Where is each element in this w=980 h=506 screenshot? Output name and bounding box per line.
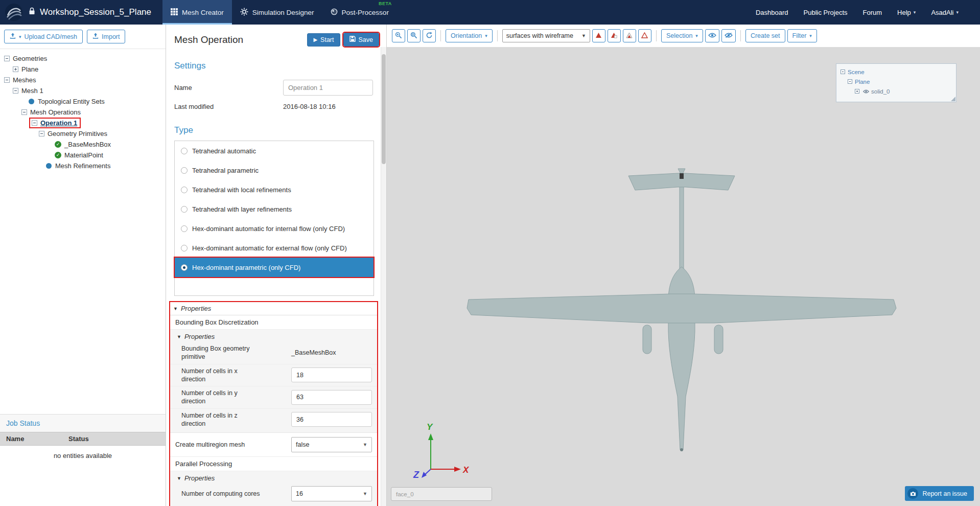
toolbar-divider: [497, 30, 498, 41]
radio-icon[interactable]: [181, 206, 188, 213]
radio-icon-selected[interactable]: [181, 264, 188, 271]
tree-item-mesh-operations[interactable]: Mesh Operations: [0, 107, 166, 118]
hide-entities-button[interactable]: [721, 29, 736, 42]
column-header-status: Status: [62, 432, 166, 445]
tree-item-topological-entity-sets[interactable]: Topological Entity Sets: [0, 96, 166, 107]
simscale-logo-icon[interactable]: [4, 3, 24, 22]
nav-dashboard-link[interactable]: Dashboard: [756, 9, 788, 16]
upload-cad-mesh-button[interactable]: ▾ Upload CAD/mesh: [4, 30, 83, 43]
scene-node-scene[interactable]: Scene: [841, 67, 952, 77]
nav-user-menu[interactable]: AsadAli▾: [931, 9, 959, 16]
mesh-type-option-tet-parametric[interactable]: Tetrahedral parametric: [175, 160, 374, 180]
invert-visibility-button[interactable]: [623, 29, 636, 42]
panel-header: Mesh Operation ▶ Start: [166, 25, 386, 50]
operation-name-input[interactable]: [283, 80, 373, 96]
select-caret-icon: ▼: [363, 442, 367, 447]
show-all-faces-button[interactable]: [638, 29, 651, 42]
reset-view-button[interactable]: [423, 29, 436, 42]
computing-cores-select[interactable]: 16 ▼: [291, 486, 372, 501]
zoom-in-button[interactable]: [392, 29, 405, 42]
tree-item-geometry-primitives[interactable]: Geometry Primitives: [0, 128, 166, 139]
panel-scrollbar[interactable]: [381, 47, 386, 506]
tree-item-label: Mesh 1: [21, 87, 43, 95]
collapse-icon[interactable]: [848, 79, 852, 84]
nav-public-projects-link[interactable]: Public Projects: [804, 9, 848, 16]
filter-dropdown[interactable]: Filter ▾: [787, 29, 817, 42]
workbench-tabs: Mesh Creator Simulation Designer: [162, 0, 397, 25]
selection-dropdown[interactable]: Selection ▾: [661, 29, 703, 42]
tree-item-mesh-refinements[interactable]: Mesh Refinements: [0, 160, 166, 171]
viewport-canvas[interactable]: Scene Plane soli: [387, 47, 980, 506]
mesh-type-option-hex-internal[interactable]: Hex-dominant automatic for internal flow…: [175, 219, 374, 238]
radio-icon[interactable]: [181, 148, 188, 154]
tree-item-mesh-1[interactable]: Mesh 1: [0, 85, 166, 96]
mesh-type-option-hex-parametric[interactable]: Hex-dominant parametric (only CFD): [175, 258, 374, 277]
report-issue-button[interactable]: Report an issue: [905, 486, 974, 501]
scene-node-solid0[interactable]: solid_0: [841, 86, 952, 96]
create-set-button[interactable]: Create set: [745, 29, 785, 42]
show-hidden-entities-button[interactable]: [705, 29, 719, 42]
scene-tree-overlay[interactable]: Scene Plane soli: [836, 63, 956, 102]
tab-label: Mesh Creator: [182, 9, 224, 16]
plane-model[interactable]: [387, 47, 979, 506]
mesh-type-option-tet-layer-refinements[interactable]: Tetrahedral with layer refinements: [175, 199, 374, 219]
collapse-icon[interactable]: [32, 120, 37, 126]
multiregion-row: Create multiregion mesh false ▼: [170, 433, 377, 457]
render-mode-select[interactable]: surfaces with wireframe ▼: [502, 29, 590, 42]
collapse-icon[interactable]: [4, 77, 10, 83]
upload-label: Upload CAD/mesh: [25, 33, 78, 40]
tree-item-meshes[interactable]: Meshes: [0, 75, 166, 85]
tab-simulation-designer[interactable]: Simulation Designer: [232, 0, 322, 25]
radio-icon[interactable]: [181, 245, 188, 251]
scrollbar-thumb[interactable]: [382, 54, 386, 164]
parallel-properties-header[interactable]: ▼ Properties: [170, 471, 377, 484]
radio-icon[interactable]: [181, 225, 188, 232]
tree-item-plane[interactable]: Plane: [0, 64, 166, 75]
panel-actions: ▶ Start Save: [307, 33, 379, 47]
properties-header-label: Properties: [184, 474, 215, 482]
expand-icon[interactable]: [855, 89, 859, 94]
tree-item-label: _BaseMeshBox: [64, 141, 111, 148]
radio-icon[interactable]: [181, 167, 188, 174]
cells-y-input[interactable]: [291, 390, 372, 405]
nav-forum-link[interactable]: Forum: [863, 9, 882, 16]
expand-icon[interactable]: [13, 66, 18, 72]
last-modified-value: 2016-08-18 10:16: [283, 103, 373, 110]
mesh-type-option-tet-local-refinements[interactable]: Tetrahedral with local refinements: [175, 180, 374, 199]
collapse-icon[interactable]: [39, 131, 44, 136]
multiregion-select[interactable]: false ▼: [291, 437, 372, 452]
hide-selected-faces-button[interactable]: [592, 29, 605, 42]
mesh-type-option-hex-external[interactable]: Hex-dominant automatic for external flow…: [175, 238, 374, 258]
settings-heading: Settings: [174, 61, 378, 71]
tree-item-basemeshbox[interactable]: ✓ _BaseMeshBox: [0, 139, 166, 150]
eye-icon[interactable]: [863, 89, 869, 94]
tab-post-processor[interactable]: BETA Post-Processor: [322, 0, 397, 25]
cells-z-input[interactable]: [291, 412, 372, 427]
bbox-properties-header[interactable]: ▼ Properties: [170, 330, 377, 342]
import-button[interactable]: Import: [87, 30, 125, 43]
mesh-type-option-tet-automatic[interactable]: Tetrahedral automatic: [175, 141, 374, 160]
cells-x-input[interactable]: [291, 367, 372, 382]
start-button[interactable]: ▶ Start: [307, 33, 340, 47]
collapse-icon[interactable]: [21, 109, 27, 115]
option-label: Tetrahedral parametric: [192, 167, 259, 174]
tree-item-operation-1[interactable]: Operation 1: [0, 118, 166, 128]
zoom-fit-button[interactable]: [407, 29, 421, 42]
tree-item-geometries[interactable]: Geometries: [0, 53, 166, 64]
resize-handle[interactable]: [951, 97, 955, 101]
collapse-icon[interactable]: [13, 88, 18, 94]
scene-node-plane[interactable]: Plane: [841, 77, 952, 86]
properties-header[interactable]: ▼ Properties: [170, 302, 377, 315]
save-button[interactable]: Save: [343, 33, 380, 47]
collapse-icon[interactable]: [841, 70, 845, 74]
project-title-group: Workshop_Session_5_Plane: [29, 7, 151, 17]
nav-help-menu[interactable]: Help▾: [897, 9, 916, 16]
tree-item-materialpoint[interactable]: ✓ MaterialPoint: [0, 150, 166, 160]
show-only-selected-button[interactable]: [608, 29, 621, 42]
radio-icon[interactable]: [181, 187, 188, 193]
tab-mesh-creator[interactable]: Mesh Creator: [162, 0, 232, 25]
viewer-toolbar: Orientation ▾ surfaces with wireframe ▼: [387, 25, 980, 47]
collapse-icon[interactable]: [4, 56, 10, 61]
play-icon: ▶: [313, 37, 317, 42]
orientation-dropdown[interactable]: Orientation ▾: [446, 29, 493, 42]
